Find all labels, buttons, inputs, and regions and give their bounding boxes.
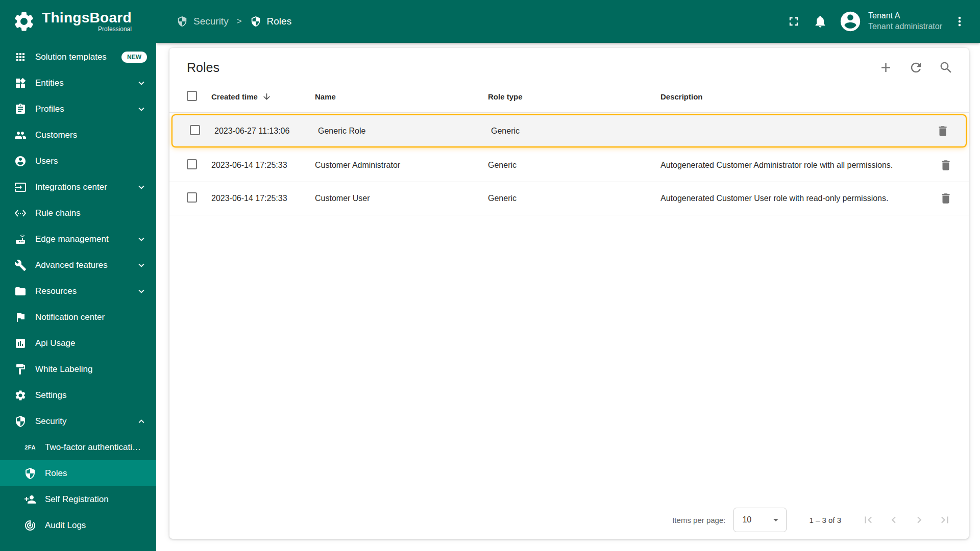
sidebar-item-label: Customers <box>35 130 147 140</box>
sidebar-item-label: Api Usage <box>35 338 147 348</box>
page-title: Roles <box>187 60 878 75</box>
items-per-page-label: Items per page: <box>672 516 725 524</box>
chevron-down-icon <box>136 286 147 297</box>
sidebar-item-label: Profiles <box>35 104 127 114</box>
sidebar-item-label: Edge management <box>35 234 127 244</box>
sidebar-item-audit-logs[interactable]: Audit Logs <box>0 512 156 538</box>
cell-description: Autogenerated Customer User role with re… <box>660 194 923 203</box>
notifications-button[interactable] <box>807 8 834 35</box>
thingsboard-logo[interactable]: ThingsBoard Professional <box>0 0 156 43</box>
account-icon <box>14 155 27 167</box>
search-button[interactable] <box>939 60 953 75</box>
page-size-select[interactable]: 10 <box>733 508 787 532</box>
breadcrumb-item-roles[interactable]: Roles <box>250 16 292 27</box>
main-column: Security > Roles Tenant A Tenant admini <box>156 0 980 551</box>
cell-name: Generic Role <box>318 127 491 136</box>
delete-role-button[interactable] <box>936 124 949 138</box>
delete-role-button[interactable] <box>939 192 952 205</box>
column-header-role-type[interactable]: Role type <box>488 92 660 101</box>
sidebar-item-settings[interactable]: Settings <box>0 382 156 408</box>
shield-icon <box>24 467 36 480</box>
add-role-button[interactable] <box>878 60 893 75</box>
prev-page-icon <box>887 513 900 527</box>
cell-role-type: Generic <box>488 161 660 170</box>
sidebar-item-integrations-center[interactable]: Integrations center <box>0 174 156 200</box>
sidebar-item-label: Integrations center <box>35 182 127 192</box>
delete-icon <box>936 124 949 138</box>
sidebar-item-api-usage[interactable]: Api Usage <box>0 330 156 356</box>
sidebar-item-self-registration[interactable]: Self Registration <box>0 486 156 512</box>
row-checkbox[interactable] <box>190 125 200 135</box>
sidebar-item-label: Security <box>35 416 127 427</box>
topbar: Security > Roles Tenant A Tenant admini <box>156 0 980 43</box>
sidebar-item-label: Solution templates <box>35 52 113 62</box>
select-all-checkbox[interactable] <box>187 91 197 101</box>
column-header-name[interactable]: Name <box>315 92 488 101</box>
tenant-role: Tenant administrator <box>868 21 942 32</box>
previous-page-button[interactable] <box>881 507 906 533</box>
gear-icon <box>14 389 27 402</box>
chevron-down-icon <box>770 514 782 526</box>
sidebar-item-label: Self Registration <box>45 494 147 505</box>
last-page-icon <box>938 513 951 527</box>
cell-role-type: Generic <box>491 127 664 136</box>
cell-name: Customer User <box>315 194 488 203</box>
user-menu[interactable]: Tenant A Tenant administrator <box>839 10 942 33</box>
input-icon <box>14 181 27 193</box>
thingsboard-gear-logo-icon <box>12 10 36 33</box>
sidebar-item-solution-templates[interactable]: Solution templatesNEW <box>0 44 156 70</box>
first-page-button[interactable] <box>855 507 881 533</box>
chevron-down-icon <box>136 78 147 89</box>
sidebar-item-roles[interactable]: Roles <box>0 460 156 486</box>
breadcrumb: Security > Roles <box>177 16 291 27</box>
sidebar-item-white-labeling[interactable]: White Labeling <box>0 356 156 382</box>
refresh-button[interactable] <box>909 60 923 75</box>
last-page-button[interactable] <box>932 507 958 533</box>
cell-name: Customer Administrator <box>315 161 488 170</box>
2fa-icon: 2FA <box>24 444 36 450</box>
sidebar-item-profiles[interactable]: Profiles <box>0 96 156 122</box>
sidebar-item-two-factor-authenticati[interactable]: 2FATwo-factor authenticati… <box>0 434 156 460</box>
sidebar-item-label: Roles <box>45 468 147 479</box>
select-all-cell <box>169 91 211 103</box>
user-meta: Tenant A Tenant administrator <box>868 11 942 32</box>
sidebar-item-label: Advanced features <box>35 260 127 270</box>
card-actions <box>878 60 953 75</box>
sort-down-icon[interactable] <box>262 92 272 102</box>
search-icon <box>939 60 953 75</box>
sidebar-item-rule-chains[interactable]: Rule chains <box>0 200 156 226</box>
table-row-customer-user[interactable]: 2023-06-14 17:25:33Customer UserGenericA… <box>169 182 969 215</box>
delete-role-button[interactable] <box>939 159 952 172</box>
wrench-icon <box>14 259 27 271</box>
table-row-customer-administrator[interactable]: 2023-06-14 17:25:33Customer Administrato… <box>169 149 969 182</box>
brand-text: ThingsBoard Professional <box>42 10 132 33</box>
breadcrumb-label: Roles <box>267 16 292 27</box>
table-row-generic-role[interactable]: 2023-06-27 11:13:06Generic RoleGeneric <box>172 114 967 147</box>
sidebar-item-entities[interactable]: Entities <box>0 70 156 96</box>
bell-icon <box>813 14 827 29</box>
more-menu-button[interactable] <box>946 8 973 35</box>
avatar-icon <box>839 10 862 33</box>
sidebar-item-edge-management[interactable]: Edge management <box>0 226 156 252</box>
sidebar-item-security[interactable]: Security <box>0 408 156 434</box>
sidebar-item-customers[interactable]: Customers <box>0 122 156 148</box>
sidebar-item-notification-center[interactable]: Notification center <box>0 304 156 330</box>
breadcrumb-item-security[interactable]: Security <box>177 16 229 27</box>
row-checkbox[interactable] <box>187 192 197 203</box>
sidebar-item-resources[interactable]: Resources <box>0 278 156 304</box>
cell-role-type: Generic <box>488 194 660 203</box>
column-header-description[interactable]: Description <box>660 92 923 101</box>
people-icon <box>14 129 27 141</box>
page-size-value: 10 <box>742 515 751 524</box>
fullscreen-button[interactable] <box>780 8 807 35</box>
first-page-icon <box>862 513 875 527</box>
refresh-icon <box>909 60 923 75</box>
column-header-created-time[interactable]: Created time <box>211 92 315 102</box>
row-checkbox[interactable] <box>187 159 197 169</box>
sidebar-item-label: Notification center <box>35 312 147 322</box>
sidebar-item-users[interactable]: Users <box>0 148 156 174</box>
sidebar-item-advanced-features[interactable]: Advanced features <box>0 252 156 278</box>
next-page-button[interactable] <box>906 507 932 533</box>
chevron-down-icon <box>136 182 147 193</box>
shield-icon <box>14 415 27 428</box>
